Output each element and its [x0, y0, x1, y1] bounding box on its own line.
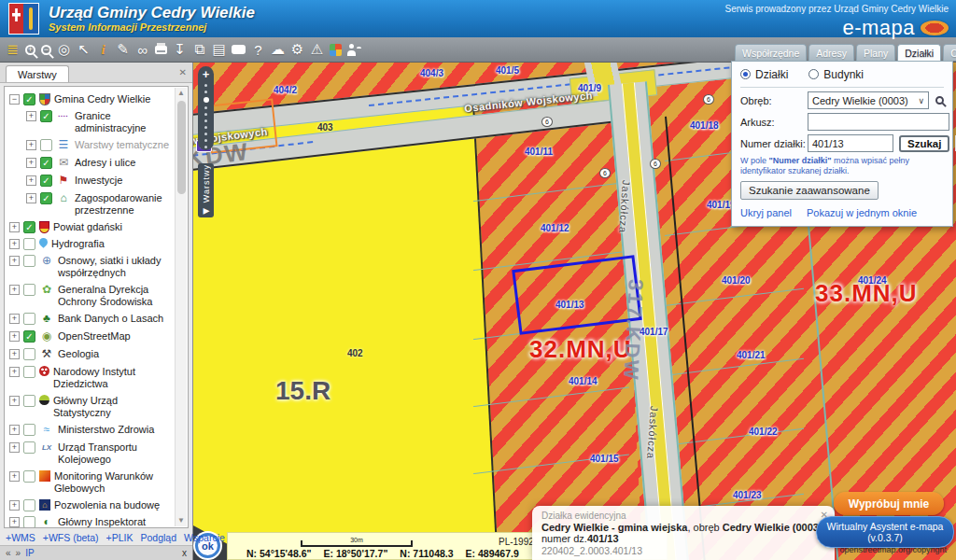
layer-checkbox[interactable]: ✓	[23, 93, 35, 105]
panel-link-pokazuj-w-jednym-oknie[interactable]: Pokazuj w jednym oknie	[807, 207, 917, 218]
expander-icon[interactable]: +	[9, 442, 20, 453]
sidebar-link-wfs-beta[interactable]: +WFS (beta)	[43, 532, 99, 543]
zoom-in-icon[interactable]: +	[25, 45, 35, 55]
expander-icon[interactable]: +	[26, 175, 36, 186]
zoom-in-button[interactable]: +	[198, 69, 214, 80]
layer-row-zagospodarowanie-przestrzenne[interactable]: +✓⌂Zagospodarowanie przestrzenne	[24, 189, 173, 218]
expander-icon[interactable]: +	[9, 285, 20, 295]
layer-checkbox[interactable]	[23, 366, 35, 378]
layer-row-osnowy-siatki-i-układy-współrzędnych[interactable]: +⊕Osnowy, siatki i układy współrzędnych	[7, 252, 173, 281]
copy-view-icon[interactable]: ⧉	[192, 42, 206, 58]
split-view-icon[interactable]: ▤	[212, 42, 226, 58]
expander-icon[interactable]: +	[9, 239, 20, 249]
layer-row-warstwy-tematyczne[interactable]: +☰Warstwy tematyczne	[24, 136, 173, 154]
expander-icon[interactable]: +	[9, 331, 20, 342]
zoom-level-dot[interactable]	[204, 113, 207, 116]
collapse-layers-tab[interactable]: ◀ Warstwy	[198, 163, 214, 217]
zoom-level-dot[interactable]	[204, 133, 207, 135]
expander-icon[interactable]: +	[9, 425, 20, 435]
layer-checkbox[interactable]: ✓	[23, 330, 35, 343]
expander-icon[interactable]: +	[26, 158, 36, 168]
layer-checkbox[interactable]	[23, 499, 35, 511]
expander-icon[interactable]: +	[9, 349, 20, 359]
user-share-icon[interactable]	[347, 44, 359, 56]
disclaimer-icon[interactable]: ⚠	[310, 42, 324, 58]
zoom-out-icon[interactable]: −	[41, 45, 51, 55]
try-me-button[interactable]: Wypróbuj mnie	[834, 492, 944, 515]
expander-icon[interactable]: −	[9, 94, 20, 105]
tab-współrzędne[interactable]: Współrzędne	[735, 44, 807, 61]
layer-row-główny-inspektorat-ochrony-środowiska[interactable]: +◐Główny Inspektorat Ochrony Środowiska	[7, 513, 173, 528]
scroll-up-icon[interactable]: ▲	[176, 88, 187, 99]
layer-row-narodowy-instytut-dziedzictwa[interactable]: +Narodowy Instytut Dziedzictwa	[7, 363, 173, 392]
radio-działki[interactable]: Działki	[740, 68, 788, 81]
layer-row-główny-urząd-statystyczny[interactable]: +Główny Urząd Statystyczny	[7, 392, 173, 421]
expander-icon[interactable]: +	[9, 222, 20, 232]
layer-checkbox[interactable]	[23, 313, 35, 325]
pager-next-icon[interactable]: »	[16, 548, 21, 558]
footer-close-icon[interactable]: x	[182, 548, 187, 558]
tree-scrollbar[interactable]: ▲ ▼	[175, 88, 187, 526]
close-icon[interactable]: ✕	[179, 67, 187, 77]
expander-icon[interactable]: +	[9, 500, 20, 511]
arkusz-input[interactable]	[808, 113, 949, 131]
zoom-level-dot[interactable]	[204, 91, 207, 93]
layer-row-inwestycje[interactable]: +✓⚑Inwestycje	[24, 172, 173, 189]
layer-row-hydrografia[interactable]: +Hydrografia	[7, 235, 173, 252]
expander-icon[interactable]: +	[26, 111, 36, 121]
virtual-assistant-button[interactable]: Wirtualny Asystent e-mapa (v.0.3.7)	[816, 516, 954, 548]
layer-checkbox[interactable]	[23, 238, 35, 250]
radio-budynki[interactable]: Budynki	[808, 68, 864, 81]
help-icon[interactable]: ?	[251, 42, 265, 58]
layer-checkbox[interactable]: ✓	[40, 192, 52, 204]
expander-icon[interactable]: +	[26, 140, 36, 150]
layer-checkbox[interactable]	[23, 395, 35, 407]
zoom-level-dot[interactable]	[204, 106, 207, 109]
scrollbar-thumb[interactable]	[177, 101, 186, 194]
crs-selector[interactable]: PL-1992	[499, 537, 534, 547]
search-icon[interactable]	[935, 96, 944, 105]
obreb-select[interactable]: Cedry Wielkie (0003) ∨	[808, 91, 929, 109]
layer-checkbox[interactable]	[23, 255, 35, 267]
tab-adresy[interactable]: Adresy	[808, 44, 854, 61]
layer-row-urząd-transportu-kolejowego[interactable]: +LXUrząd Transportu Kolejowego	[7, 439, 173, 468]
zoom-slider[interactable]: +	[198, 66, 214, 150]
layer-checkbox[interactable]: ✓	[40, 157, 52, 169]
layer-row-powiat-gdański[interactable]: +✓Powiat gdański	[7, 218, 173, 235]
expander-icon[interactable]: +	[9, 367, 20, 377]
zoom-level-dot[interactable]	[204, 146, 207, 148]
select-area-icon[interactable]: ◎	[57, 42, 71, 58]
radio-działki-icon[interactable]	[740, 69, 751, 79]
zoom-level-dot[interactable]	[204, 126, 207, 129]
panel-link-ukryj-panel[interactable]: Ukryj panel	[740, 207, 792, 218]
info-icon[interactable]: i	[96, 42, 110, 58]
expander-icon[interactable]: +	[9, 396, 20, 406]
expander-icon[interactable]: +	[9, 314, 20, 324]
layer-checkbox[interactable]: ✓	[40, 110, 52, 122]
print-icon[interactable]	[155, 46, 167, 54]
layer-checkbox[interactable]	[23, 284, 35, 296]
layer-row-geologia[interactable]: +⚒Geologia	[7, 345, 173, 363]
layer-row-granice-administracyjne[interactable]: +✓▪▪▪▪Granice administracyjne	[24, 107, 173, 136]
layer-checkbox[interactable]	[23, 516, 35, 528]
sidebar-link-plik[interactable]: +PLIK	[106, 532, 134, 543]
expander-icon[interactable]: +	[9, 471, 20, 482]
layer-checkbox[interactable]: ✓	[23, 221, 35, 233]
expander-icon[interactable]: +	[9, 517, 20, 527]
tab-plany[interactable]: Plany	[856, 44, 895, 61]
zoom-level-dot[interactable]	[204, 119, 207, 122]
radio-budynki-icon[interactable]	[808, 69, 819, 79]
layer-checkbox[interactable]	[40, 139, 52, 151]
zoom-level-dot[interactable]	[204, 84, 207, 87]
sidebar-link-wsparcie[interactable]: Wsparcie	[184, 532, 225, 543]
sidebar-link-wms[interactable]: +WMS	[6, 532, 35, 543]
comment-icon[interactable]	[232, 45, 246, 54]
layer-row-pozwolenia-na-budowę[interactable]: +⌂Pozwolenia na budowę	[7, 497, 173, 513]
layer-checkbox[interactable]	[23, 441, 35, 454]
layer-row-generalna-dyrekcja-ochrony-środowiska[interactable]: +✿Generalna Dyrekcja Ochrony Środowiska	[7, 281, 173, 310]
legend-icon[interactable]	[330, 44, 342, 56]
layer-checkbox[interactable]	[23, 424, 35, 436]
layer-row-ministerstwo-zdrowia[interactable]: +≈Ministerstwo Zdrowia	[7, 421, 173, 439]
layer-checkbox[interactable]	[23, 470, 35, 483]
zoom-level-dot[interactable]	[204, 97, 209, 103]
